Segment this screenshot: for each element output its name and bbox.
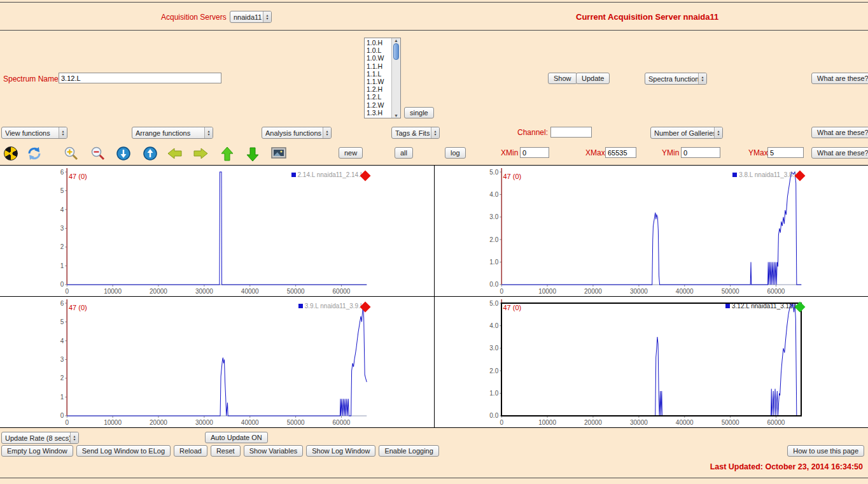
all-button[interactable]: all — [395, 147, 413, 159]
listbox-item[interactable]: 1.0.H — [367, 39, 391, 46]
svg-text:10000: 10000 — [104, 419, 122, 426]
spectra-functions-select[interactable]: Spectra functions ▴▾ — [645, 73, 707, 85]
counts-label: 47 (0) — [69, 173, 87, 180]
svg-text:1: 1 — [60, 394, 64, 401]
svg-text:0: 0 — [60, 412, 64, 419]
view-functions-select[interactable]: View functions ▴▾ — [1, 127, 67, 139]
listbox-item[interactable]: 1.1.H — [367, 62, 391, 70]
chart-legend: 3.8.L nnaida11_3.8.L — [732, 171, 798, 178]
legend-label: 2.14.L nnaida11_2.14.L — [298, 171, 364, 178]
legend-marker-icon — [291, 173, 296, 177]
spectrum-plot-cell[interactable]: 01000020000300004000050000600000123456 4… — [0, 297, 434, 427]
what-are-these-button-2[interactable]: What are these? — [811, 127, 868, 138]
footer-button[interactable]: Reload — [174, 445, 207, 457]
svg-text:60000: 60000 — [333, 419, 351, 426]
circle-down-icon[interactable] — [116, 146, 132, 161]
scroll-down-icon[interactable]: ▼ — [394, 113, 398, 118]
spectrum-listbox[interactable]: 1.0.H1.0.L1.0.W1.1.H1.1.L1.1.W1.2.H1.2.L… — [364, 38, 401, 118]
listbox-item[interactable]: 1.2.W — [367, 101, 391, 109]
tags-fits-select[interactable]: Tags & Fits ▴▾ — [391, 127, 440, 139]
acquisition-server-select[interactable]: nnaida11 ▴▾ — [230, 11, 272, 23]
zoom-reset-icon[interactable] — [90, 146, 107, 161]
spectrum-plot-cell[interactable]: 01000020000300004000050000600000.01.02.0… — [435, 297, 868, 427]
svg-text:40000: 40000 — [241, 419, 259, 426]
listbox-item[interactable]: 1.3.H — [367, 109, 391, 117]
scrollbar-thumb[interactable] — [393, 43, 399, 60]
svg-text:10000: 10000 — [104, 288, 122, 295]
update-rate-select[interactable]: Update Rate (8 secs) ▴▾ — [1, 432, 79, 444]
arrow-down-icon[interactable] — [245, 146, 262, 161]
channel-input[interactable] — [550, 127, 592, 138]
zoom-in-icon[interactable] — [64, 146, 80, 161]
svg-text:5.0: 5.0 — [489, 169, 498, 176]
xmin-input[interactable] — [520, 147, 549, 158]
svg-text:0: 0 — [500, 419, 503, 426]
divider — [0, 478, 868, 478]
footer-button[interactable]: Reset — [211, 445, 241, 457]
footer-button[interactable]: Show Variables — [244, 445, 304, 457]
footer-button[interactable]: Empty Log Window — [1, 445, 73, 457]
gallery-icon[interactable] — [270, 146, 287, 161]
spectrum-name-input[interactable] — [59, 73, 221, 83]
spectrum-listbox-items[interactable]: 1.0.H1.0.L1.0.W1.1.H1.1.L1.1.W1.2.H1.2.L… — [365, 38, 391, 118]
radiation-icon[interactable] — [3, 146, 20, 161]
scrollbar[interactable]: ▲ ▼ — [391, 38, 400, 118]
legend-marker-icon — [732, 173, 737, 177]
selection-rect — [501, 302, 802, 416]
ymin-input[interactable] — [681, 147, 720, 158]
chart-legend: 3.9.L nnaida11_3.9.L — [298, 302, 364, 310]
scroll-up-icon[interactable]: ▲ — [394, 38, 398, 43]
select-stepper-icon: ▴▾ — [431, 127, 439, 138]
arrow-left-icon[interactable] — [167, 146, 183, 161]
listbox-item[interactable]: 1.2.L — [367, 93, 391, 101]
svg-text:60000: 60000 — [767, 288, 785, 295]
divider — [0, 30, 868, 31]
current-server-title: Current Acquisition Server nnaida11 — [576, 12, 718, 22]
listbox-item[interactable]: 1.1.W — [367, 78, 391, 85]
refresh-icon[interactable] — [27, 146, 43, 161]
what-are-these-button-1[interactable]: What are these? — [811, 73, 868, 84]
analysis-functions-select[interactable]: Analysis functions ▴▾ — [262, 127, 332, 139]
footer-button[interactable]: Show Log Window — [306, 445, 375, 457]
svg-text:2.0: 2.0 — [489, 236, 498, 243]
show-button[interactable]: Show — [548, 73, 577, 84]
log-button[interactable]: log — [445, 147, 466, 159]
divider — [0, 2, 868, 3]
listbox-item[interactable]: 1.1.L — [367, 70, 391, 78]
svg-text:3: 3 — [60, 356, 64, 363]
svg-text:40000: 40000 — [675, 288, 693, 295]
new-button[interactable]: new — [339, 147, 363, 159]
xmax-input[interactable] — [605, 147, 636, 158]
svg-text:4.0: 4.0 — [489, 322, 498, 329]
ymax-input[interactable] — [767, 147, 804, 158]
listbox-item[interactable]: 1.0.W — [367, 54, 391, 62]
svg-text:5.0: 5.0 — [489, 300, 498, 307]
spectrum-plot-cell[interactable]: 01000020000300004000050000600000123456 4… — [0, 166, 434, 296]
listbox-item[interactable]: 1.2.H — [367, 85, 391, 93]
chart-legend: 3.12.L nnaida11_3.12.L — [725, 302, 798, 310]
footer-button[interactable]: Send Log Window to ELog — [76, 445, 171, 457]
last-updated-text: Last Updated: October 23, 2014 16:34:50 — [710, 462, 863, 471]
arrow-right-icon[interactable] — [192, 146, 209, 161]
spectrum-plot-cell[interactable]: 01000020000300004000050000600000.01.02.0… — [435, 166, 868, 296]
select-stepper-icon: ▴▾ — [714, 127, 722, 138]
footer-button[interactable]: Enable Logging — [379, 445, 438, 457]
listbox-item[interactable]: 1.0.L — [367, 46, 391, 54]
circle-up-icon[interactable] — [143, 146, 159, 161]
how-to-use-button[interactable]: How to use this page — [787, 445, 864, 457]
svg-text:0: 0 — [65, 288, 69, 295]
svg-text:20000: 20000 — [584, 288, 602, 295]
arrange-functions-select[interactable]: Arrange functions ▴▾ — [132, 127, 213, 139]
svg-text:40000: 40000 — [675, 419, 693, 426]
number-of-galleries-select[interactable]: Number of Galleries ▴▾ — [650, 127, 723, 139]
update-button[interactable]: Update — [576, 73, 610, 84]
auto-update-button[interactable]: Auto Update ON — [205, 432, 268, 443]
svg-text:60000: 60000 — [767, 419, 785, 426]
arrow-up-icon[interactable] — [220, 146, 236, 161]
counts-label: 47 (0) — [503, 173, 522, 180]
svg-text:4: 4 — [60, 338, 64, 345]
svg-text:4: 4 — [60, 206, 64, 213]
single-button[interactable]: single — [404, 107, 434, 118]
what-are-these-button-3[interactable]: What are these? — [811, 147, 868, 159]
svg-text:50000: 50000 — [287, 288, 305, 295]
